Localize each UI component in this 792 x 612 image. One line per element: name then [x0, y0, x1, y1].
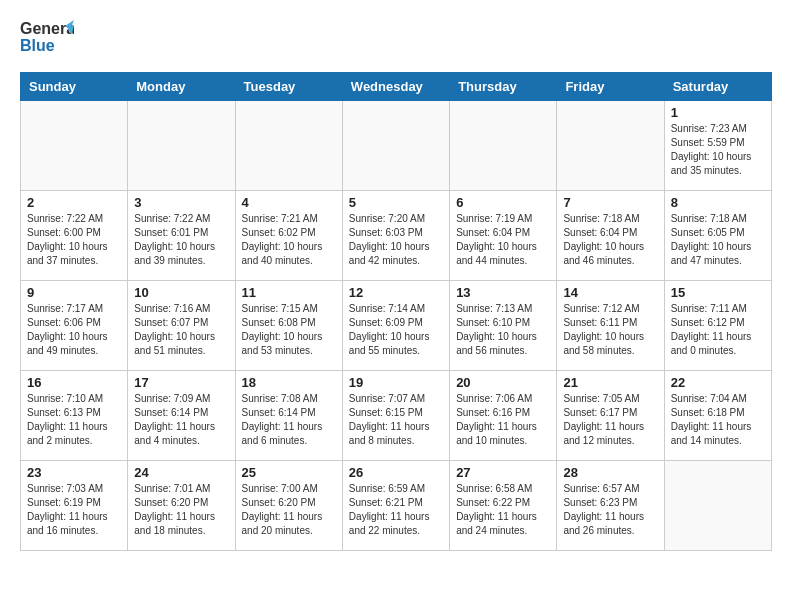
day-cell: 24Sunrise: 7:01 AM Sunset: 6:20 PM Dayli… — [128, 461, 235, 551]
day-info: Sunrise: 7:00 AM Sunset: 6:20 PM Dayligh… — [242, 482, 336, 538]
day-cell: 11Sunrise: 7:15 AM Sunset: 6:08 PM Dayli… — [235, 281, 342, 371]
day-number: 14 — [563, 285, 657, 300]
weekday-header-row: SundayMondayTuesdayWednesdayThursdayFrid… — [21, 73, 772, 101]
day-cell — [450, 101, 557, 191]
day-number: 4 — [242, 195, 336, 210]
day-info: Sunrise: 6:59 AM Sunset: 6:21 PM Dayligh… — [349, 482, 443, 538]
weekday-header-sunday: Sunday — [21, 73, 128, 101]
day-info: Sunrise: 7:13 AM Sunset: 6:10 PM Dayligh… — [456, 302, 550, 358]
day-cell: 3Sunrise: 7:22 AM Sunset: 6:01 PM Daylig… — [128, 191, 235, 281]
day-number: 5 — [349, 195, 443, 210]
day-number: 1 — [671, 105, 765, 120]
day-info: Sunrise: 7:07 AM Sunset: 6:15 PM Dayligh… — [349, 392, 443, 448]
day-number: 10 — [134, 285, 228, 300]
day-cell: 17Sunrise: 7:09 AM Sunset: 6:14 PM Dayli… — [128, 371, 235, 461]
weekday-header-wednesday: Wednesday — [342, 73, 449, 101]
day-cell — [664, 461, 771, 551]
day-cell: 1Sunrise: 7:23 AM Sunset: 5:59 PM Daylig… — [664, 101, 771, 191]
week-row-5: 23Sunrise: 7:03 AM Sunset: 6:19 PM Dayli… — [21, 461, 772, 551]
header: General Blue — [20, 16, 772, 62]
logo-icon: General Blue — [20, 16, 74, 58]
day-cell: 19Sunrise: 7:07 AM Sunset: 6:15 PM Dayli… — [342, 371, 449, 461]
weekday-header-saturday: Saturday — [664, 73, 771, 101]
day-info: Sunrise: 7:22 AM Sunset: 6:01 PM Dayligh… — [134, 212, 228, 268]
day-number: 6 — [456, 195, 550, 210]
day-info: Sunrise: 7:22 AM Sunset: 6:00 PM Dayligh… — [27, 212, 121, 268]
day-info: Sunrise: 7:03 AM Sunset: 6:19 PM Dayligh… — [27, 482, 121, 538]
day-info: Sunrise: 7:18 AM Sunset: 6:04 PM Dayligh… — [563, 212, 657, 268]
day-cell: 8Sunrise: 7:18 AM Sunset: 6:05 PM Daylig… — [664, 191, 771, 281]
day-info: Sunrise: 7:15 AM Sunset: 6:08 PM Dayligh… — [242, 302, 336, 358]
day-info: Sunrise: 7:14 AM Sunset: 6:09 PM Dayligh… — [349, 302, 443, 358]
page: General Blue SundayMondayTuesdayWednesda… — [0, 0, 792, 567]
day-info: Sunrise: 6:57 AM Sunset: 6:23 PM Dayligh… — [563, 482, 657, 538]
day-cell — [557, 101, 664, 191]
day-cell: 18Sunrise: 7:08 AM Sunset: 6:14 PM Dayli… — [235, 371, 342, 461]
day-number: 27 — [456, 465, 550, 480]
day-number: 13 — [456, 285, 550, 300]
day-info: Sunrise: 7:23 AM Sunset: 5:59 PM Dayligh… — [671, 122, 765, 178]
day-cell: 21Sunrise: 7:05 AM Sunset: 6:17 PM Dayli… — [557, 371, 664, 461]
day-cell: 5Sunrise: 7:20 AM Sunset: 6:03 PM Daylig… — [342, 191, 449, 281]
day-info: Sunrise: 7:09 AM Sunset: 6:14 PM Dayligh… — [134, 392, 228, 448]
day-cell — [235, 101, 342, 191]
day-number: 17 — [134, 375, 228, 390]
day-number: 3 — [134, 195, 228, 210]
day-number: 2 — [27, 195, 121, 210]
day-number: 19 — [349, 375, 443, 390]
day-info: Sunrise: 7:05 AM Sunset: 6:17 PM Dayligh… — [563, 392, 657, 448]
day-info: Sunrise: 7:06 AM Sunset: 6:16 PM Dayligh… — [456, 392, 550, 448]
svg-text:General: General — [20, 20, 74, 37]
day-info: Sunrise: 6:58 AM Sunset: 6:22 PM Dayligh… — [456, 482, 550, 538]
logo: General Blue — [20, 16, 74, 62]
day-cell: 16Sunrise: 7:10 AM Sunset: 6:13 PM Dayli… — [21, 371, 128, 461]
day-number: 23 — [27, 465, 121, 480]
day-cell: 9Sunrise: 7:17 AM Sunset: 6:06 PM Daylig… — [21, 281, 128, 371]
day-number: 12 — [349, 285, 443, 300]
day-number: 8 — [671, 195, 765, 210]
weekday-header-monday: Monday — [128, 73, 235, 101]
svg-text:Blue: Blue — [20, 37, 55, 54]
day-cell: 7Sunrise: 7:18 AM Sunset: 6:04 PM Daylig… — [557, 191, 664, 281]
day-cell: 28Sunrise: 6:57 AM Sunset: 6:23 PM Dayli… — [557, 461, 664, 551]
day-info: Sunrise: 7:16 AM Sunset: 6:07 PM Dayligh… — [134, 302, 228, 358]
day-info: Sunrise: 7:04 AM Sunset: 6:18 PM Dayligh… — [671, 392, 765, 448]
week-row-2: 2Sunrise: 7:22 AM Sunset: 6:00 PM Daylig… — [21, 191, 772, 281]
day-cell: 2Sunrise: 7:22 AM Sunset: 6:00 PM Daylig… — [21, 191, 128, 281]
day-cell: 26Sunrise: 6:59 AM Sunset: 6:21 PM Dayli… — [342, 461, 449, 551]
day-number: 25 — [242, 465, 336, 480]
day-number: 21 — [563, 375, 657, 390]
day-cell: 20Sunrise: 7:06 AM Sunset: 6:16 PM Dayli… — [450, 371, 557, 461]
day-cell: 15Sunrise: 7:11 AM Sunset: 6:12 PM Dayli… — [664, 281, 771, 371]
day-info: Sunrise: 7:08 AM Sunset: 6:14 PM Dayligh… — [242, 392, 336, 448]
day-cell — [128, 101, 235, 191]
day-cell: 10Sunrise: 7:16 AM Sunset: 6:07 PM Dayli… — [128, 281, 235, 371]
day-cell: 13Sunrise: 7:13 AM Sunset: 6:10 PM Dayli… — [450, 281, 557, 371]
day-info: Sunrise: 7:18 AM Sunset: 6:05 PM Dayligh… — [671, 212, 765, 268]
day-cell: 22Sunrise: 7:04 AM Sunset: 6:18 PM Dayli… — [664, 371, 771, 461]
day-info: Sunrise: 7:12 AM Sunset: 6:11 PM Dayligh… — [563, 302, 657, 358]
weekday-header-tuesday: Tuesday — [235, 73, 342, 101]
day-number: 7 — [563, 195, 657, 210]
day-cell: 23Sunrise: 7:03 AM Sunset: 6:19 PM Dayli… — [21, 461, 128, 551]
day-cell — [21, 101, 128, 191]
weekday-header-thursday: Thursday — [450, 73, 557, 101]
day-cell: 12Sunrise: 7:14 AM Sunset: 6:09 PM Dayli… — [342, 281, 449, 371]
day-cell: 27Sunrise: 6:58 AM Sunset: 6:22 PM Dayli… — [450, 461, 557, 551]
day-number: 28 — [563, 465, 657, 480]
day-info: Sunrise: 7:21 AM Sunset: 6:02 PM Dayligh… — [242, 212, 336, 268]
day-info: Sunrise: 7:20 AM Sunset: 6:03 PM Dayligh… — [349, 212, 443, 268]
day-info: Sunrise: 7:01 AM Sunset: 6:20 PM Dayligh… — [134, 482, 228, 538]
day-number: 24 — [134, 465, 228, 480]
day-number: 22 — [671, 375, 765, 390]
day-cell: 4Sunrise: 7:21 AM Sunset: 6:02 PM Daylig… — [235, 191, 342, 281]
day-cell: 6Sunrise: 7:19 AM Sunset: 6:04 PM Daylig… — [450, 191, 557, 281]
day-cell — [342, 101, 449, 191]
day-number: 15 — [671, 285, 765, 300]
day-number: 16 — [27, 375, 121, 390]
calendar-table: SundayMondayTuesdayWednesdayThursdayFrid… — [20, 72, 772, 551]
day-number: 26 — [349, 465, 443, 480]
day-number: 11 — [242, 285, 336, 300]
day-cell: 14Sunrise: 7:12 AM Sunset: 6:11 PM Dayli… — [557, 281, 664, 371]
day-info: Sunrise: 7:10 AM Sunset: 6:13 PM Dayligh… — [27, 392, 121, 448]
